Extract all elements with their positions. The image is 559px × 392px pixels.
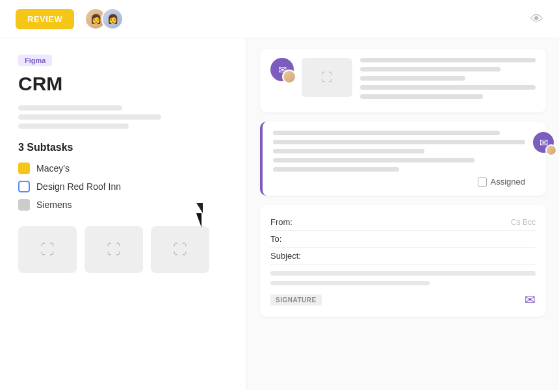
description-lines: [18, 105, 228, 129]
review-button[interactable]: REVIEW: [16, 9, 74, 29]
subtask-label: Siemens: [36, 200, 72, 210]
thumbnail-3[interactable]: ⛶: [151, 226, 209, 273]
sub-avatar-1: [282, 70, 296, 84]
figma-badge: Figma: [18, 55, 52, 66]
to-label: To:: [270, 234, 309, 244]
list-item[interactable]: Design Red Roof Inn: [18, 181, 228, 192]
email-compose: From: Cs Bcc To: Subject: SIGNATURE ✉: [260, 205, 546, 317]
subtask-label: Macey's: [36, 163, 70, 174]
image-placeholder-icon-1: ⛶: [321, 71, 333, 85]
image-icon-2: ⛶: [107, 241, 121, 258]
list-item[interactable]: Macey's: [18, 163, 228, 174]
avatar-group: 👩 👩: [84, 8, 124, 30]
left-panel: Figma CRM 3 Subtasks Macey's Design Red …: [0, 38, 247, 390]
line: [273, 167, 399, 172]
thumbnail-1[interactable]: ⛶: [18, 226, 77, 273]
main-layout: Figma CRM 3 Subtasks Macey's Design Red …: [0, 38, 559, 390]
list-item[interactable]: Siemens: [18, 199, 228, 211]
subtask-list: Macey's Design Red Roof Inn Siemens: [18, 163, 228, 211]
right-panel: ✉ ⛶ ✉: [247, 38, 559, 390]
assigned-checkbox[interactable]: [478, 177, 487, 187]
line: [360, 76, 465, 81]
image-icon-1: ⛶: [40, 241, 55, 258]
body-line: [270, 281, 430, 285]
assigned-row: Assigned: [273, 177, 525, 187]
avatar-2: 👩: [101, 8, 124, 30]
image-icon-3: ⛶: [173, 241, 187, 258]
desc-line-1: [18, 105, 122, 111]
line: [360, 67, 500, 72]
card-lines-2: [273, 131, 525, 172]
sub-avatar-2: [545, 144, 557, 156]
email-body: [270, 271, 536, 285]
desc-line-3: [18, 124, 129, 129]
card-lines-1: [360, 58, 536, 103]
thumbnail-row: ⛶ ⛶ ⛶: [18, 226, 228, 273]
line: [273, 149, 424, 153]
subtask-label: Design Red Roof Inn: [36, 181, 121, 192]
yellow-icon: [18, 163, 30, 174]
body-line: [270, 271, 536, 276]
message-card-1[interactable]: ✉ ⛶: [260, 49, 546, 112]
blue-icon: [18, 181, 30, 192]
eye-icon[interactable]: 👁: [530, 12, 543, 27]
desc-line-2: [18, 114, 161, 120]
header-left: REVIEW 👩 👩: [16, 8, 124, 30]
subtasks-heading: 3 Subtasks: [18, 142, 228, 153]
email-footer: SIGNATURE ✉: [270, 292, 536, 307]
page-title: CRM: [18, 73, 228, 95]
line: [360, 58, 536, 62]
send-icon[interactable]: ✉: [525, 292, 536, 307]
to-field[interactable]: To:: [270, 231, 536, 248]
from-label: From:: [270, 217, 309, 227]
message-avatar-1: ✉: [270, 58, 294, 81]
header: REVIEW 👩 👩 👁: [0, 0, 559, 38]
from-field: From: Cs Bcc: [270, 214, 536, 231]
line: [360, 94, 483, 99]
line: [273, 140, 525, 144]
thumbnail-2[interactable]: ⛶: [84, 226, 143, 273]
message-avatar-2: ✉: [532, 131, 555, 154]
line: [273, 131, 500, 135]
gray-icon: [18, 199, 30, 211]
signature-badge: SIGNATURE: [270, 294, 322, 306]
line: [360, 85, 536, 90]
card-image-1: ⛶: [302, 58, 352, 97]
line: [273, 158, 474, 163]
subject-field[interactable]: Subject:: [270, 248, 536, 265]
message-card-2[interactable]: ✉ Assigned: [260, 122, 546, 196]
subject-label: Subject:: [270, 251, 309, 261]
assigned-label: Assigned: [491, 177, 525, 187]
cc-label: Cs Bcc: [511, 218, 536, 227]
